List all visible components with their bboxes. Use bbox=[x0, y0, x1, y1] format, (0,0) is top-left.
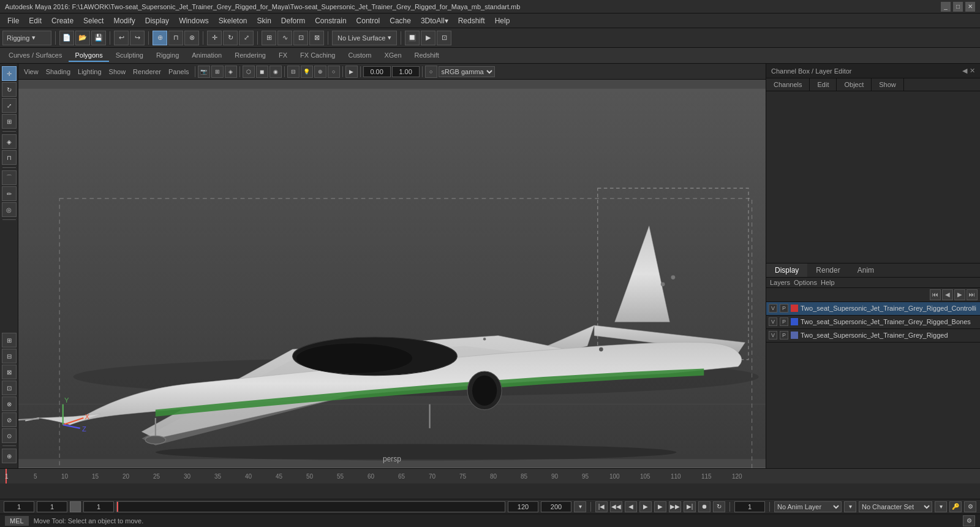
playback-play-btn[interactable]: ▶ bbox=[639, 501, 652, 512]
char-set-select[interactable]: No Character Set bbox=[859, 501, 932, 512]
snap-to-grid-side[interactable]: ⊕ bbox=[2, 449, 17, 463]
vp-playblast-icon[interactable]: ▶ bbox=[345, 66, 358, 78]
open-scene-button[interactable]: 📂 bbox=[75, 31, 90, 45]
vp-value2-input[interactable] bbox=[392, 66, 420, 77]
new-scene-button[interactable]: 📄 bbox=[59, 31, 74, 45]
color-space-select[interactable]: sRGB gamma bbox=[439, 66, 495, 77]
layer-p-2[interactable]: P bbox=[780, 331, 788, 339]
status-settings-btn[interactable]: ⚙ bbox=[963, 515, 975, 526]
frame-box-input[interactable] bbox=[83, 501, 114, 512]
vp-camera-icon[interactable]: 📷 bbox=[198, 66, 210, 78]
menu-create[interactable]: Create bbox=[47, 15, 78, 26]
select-tool-button[interactable]: ⊕ bbox=[153, 31, 167, 45]
menu-3dtaall[interactable]: 3DtoAll▾ bbox=[416, 15, 453, 26]
playback-loop-btn[interactable]: ↻ bbox=[713, 501, 725, 512]
tab-edit[interactable]: Edit bbox=[810, 78, 837, 91]
scale-tool-side[interactable]: ⤢ bbox=[2, 98, 17, 113]
close-button[interactable]: ✕ bbox=[965, 2, 975, 12]
move-tool-side[interactable]: ✛ bbox=[2, 66, 17, 81]
select-tool-side[interactable]: ◈ bbox=[2, 134, 17, 149]
layout-tool-5[interactable]: ⊗ bbox=[2, 396, 17, 411]
anim-layer-select[interactable]: No Anim Layer bbox=[774, 501, 842, 512]
playback-prev-key-btn[interactable]: ◀◀ bbox=[610, 501, 622, 512]
time-ruler[interactable]: 1 5 10 15 20 25 30 35 40 45 50 55 60 65 … bbox=[0, 469, 980, 483]
vp-lighting-menu[interactable]: Lighting bbox=[75, 65, 105, 78]
menu-redshift[interactable]: Redshift bbox=[453, 15, 490, 26]
snap-view-button[interactable]: ⊠ bbox=[309, 31, 324, 45]
time-range-bar[interactable] bbox=[116, 501, 505, 512]
tab-xgen[interactable]: XGen bbox=[378, 50, 407, 62]
tab-anim[interactable]: Anim bbox=[849, 264, 883, 277]
tab-rendering[interactable]: Rendering bbox=[228, 50, 272, 62]
vp-circle-icon[interactable]: ○ bbox=[425, 66, 437, 78]
layer-nav-last[interactable]: ⏭ bbox=[967, 289, 978, 300]
range-end-input[interactable] bbox=[541, 501, 571, 512]
vp-show-menu[interactable]: Show bbox=[106, 65, 129, 78]
vp-smooth-icon[interactable]: ◉ bbox=[270, 66, 282, 78]
menu-cache[interactable]: Cache bbox=[385, 15, 416, 26]
layer-item-0[interactable]: V P Two_seat_Supersonic_Jet_Trainer_Grey… bbox=[766, 302, 980, 316]
tab-fx[interactable]: FX bbox=[273, 50, 293, 62]
right-panel-collapse-icon[interactable]: ◀ bbox=[962, 67, 967, 75]
menu-help[interactable]: Help bbox=[490, 15, 515, 26]
tab-layers[interactable]: Layers bbox=[770, 279, 790, 286]
range-end-chevron[interactable]: ▾ bbox=[574, 501, 586, 512]
vp-value1-input[interactable] bbox=[363, 66, 391, 77]
menu-skeleton[interactable]: Skeleton bbox=[214, 15, 252, 26]
maximize-button[interactable]: □ bbox=[953, 2, 963, 12]
tab-custom[interactable]: Custom bbox=[342, 50, 378, 62]
tab-help-layers[interactable]: Help bbox=[821, 279, 835, 286]
paint-select-button[interactable]: ⊗ bbox=[184, 31, 199, 45]
lasso-select-button[interactable]: ⊓ bbox=[168, 31, 183, 45]
menu-constrain[interactable]: Constrain bbox=[310, 15, 351, 26]
tab-show[interactable]: Show bbox=[872, 78, 904, 91]
vp-view-menu[interactable]: View bbox=[21, 65, 42, 78]
move-tool-button[interactable]: ✛ bbox=[207, 31, 222, 45]
paint-tool-side[interactable]: ✏ bbox=[2, 186, 17, 201]
tab-fx-caching[interactable]: FX Caching bbox=[294, 50, 341, 62]
script-mode-toggle[interactable]: MEL bbox=[5, 516, 29, 526]
playback-next-key-btn[interactable]: ▶▶ bbox=[669, 501, 681, 512]
tab-object[interactable]: Object bbox=[837, 78, 872, 91]
tab-channels[interactable]: Channels bbox=[766, 78, 810, 91]
scale-tool-button[interactable]: ⤢ bbox=[239, 31, 254, 45]
layer-item-1[interactable]: V P Two_seat_Supersonic_Jet_Trainer_Grey… bbox=[766, 316, 980, 329]
snap-curve-button[interactable]: ∿ bbox=[277, 31, 292, 45]
layer-item-2[interactable]: V P Two_seat_Supersonic_Jet_Trainer_Grey… bbox=[766, 329, 980, 343]
vp-isolate-icon[interactable]: ◈ bbox=[225, 66, 237, 78]
frame-current-input[interactable] bbox=[37, 501, 67, 512]
vp-ao-icon[interactable]: ○ bbox=[328, 66, 340, 78]
menu-control[interactable]: Control bbox=[352, 15, 385, 26]
layer-vis-2[interactable]: V bbox=[769, 331, 777, 339]
layout-tool-6[interactable]: ⊘ bbox=[2, 412, 17, 427]
rotate-tool-button[interactable]: ↻ bbox=[223, 31, 238, 45]
tab-render[interactable]: Render bbox=[807, 264, 848, 277]
vp-wireframe-icon[interactable]: ⬡ bbox=[243, 66, 255, 78]
vp-shaded-icon[interactable]: ◼ bbox=[256, 66, 268, 78]
playback-start-btn[interactable]: |◀ bbox=[595, 501, 608, 512]
tab-curves-surfaces[interactable]: Curves / Surfaces bbox=[2, 50, 68, 62]
layer-p-1[interactable]: P bbox=[780, 317, 788, 326]
menu-edit[interactable]: Edit bbox=[24, 15, 47, 26]
minimize-button[interactable]: _ bbox=[941, 2, 951, 12]
layer-nav-prev[interactable]: ◀ bbox=[942, 289, 953, 300]
ipr-button[interactable]: ⊡ bbox=[437, 31, 451, 45]
char-set-options2-btn[interactable]: ⚙ bbox=[964, 501, 976, 512]
layer-p-0[interactable]: P bbox=[780, 304, 788, 313]
sculpt-tool-side[interactable]: ◎ bbox=[2, 202, 17, 217]
vp-renderer-menu[interactable]: Renderer bbox=[130, 65, 164, 78]
layout-tool-4[interactable]: ⊡ bbox=[2, 381, 17, 395]
undo-button[interactable]: ↩ bbox=[114, 31, 129, 45]
tab-polygons[interactable]: Polygons bbox=[69, 50, 108, 62]
vp-shadow-icon[interactable]: ⊕ bbox=[314, 66, 326, 78]
menu-deform[interactable]: Deform bbox=[276, 15, 310, 26]
vp-lights-icon[interactable]: 💡 bbox=[301, 66, 313, 78]
playback-record-btn[interactable]: ⏺ bbox=[698, 501, 710, 512]
vp-shading-menu[interactable]: Shading bbox=[43, 65, 74, 78]
viewport[interactable]: View Shading Lighting Show Renderer Pane… bbox=[18, 64, 766, 468]
layout-tool-1[interactable]: ⊞ bbox=[2, 333, 17, 347]
vp-grid-icon[interactable]: ⊟ bbox=[287, 66, 300, 78]
rotate-tool-side[interactable]: ↻ bbox=[2, 82, 17, 97]
no-live-surface-button[interactable]: No Live Surface ▾ bbox=[332, 31, 397, 45]
vp-panels-menu[interactable]: Panels bbox=[165, 65, 192, 78]
